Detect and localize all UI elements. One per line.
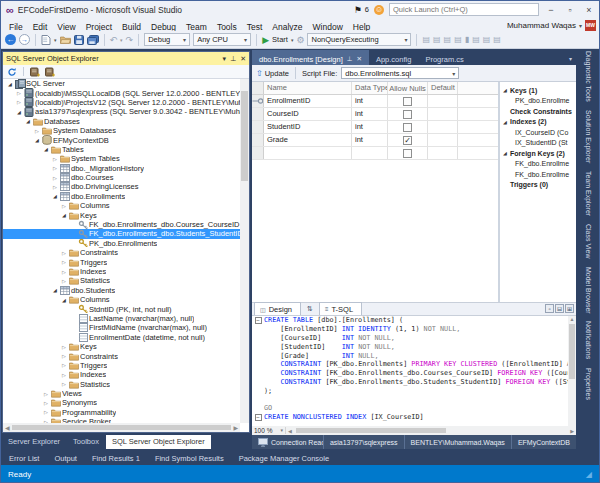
vertical-tab-notifications[interactable]: Notifications — [585, 321, 592, 359]
vertical-tab-class-view[interactable]: Class View — [585, 224, 592, 259]
fold-collapse-icon[interactable]: − — [255, 414, 262, 421]
collapsed-arrow-icon[interactable]: ▷ — [51, 175, 59, 181]
notifications-flag-icon[interactable]: ⚑ — [354, 5, 362, 15]
collapsed-arrow-icon[interactable]: ▷ — [60, 269, 68, 275]
script-file-combobox[interactable]: dbo.Enrollments.sql ▾ — [341, 67, 459, 79]
zoom-combobox[interactable]: 100 %▾ — [252, 427, 286, 434]
tree-item[interactable]: ◢Columns — [3, 295, 240, 304]
document-tab[interactable]: dbo.Enrollments [Design]⊥✕ — [252, 50, 369, 65]
grid-row[interactable] — [252, 147, 498, 160]
indent-increase-icon[interactable]: ▤ — [433, 35, 441, 44]
update-button[interactable]: ⇧ Update — [256, 69, 289, 78]
pane-menu-chevron-icon[interactable]: ▾ — [223, 55, 227, 63]
chevron-down-icon[interactable]: ▾ — [291, 37, 294, 43]
uncomment-icon[interactable]: ▤ — [454, 35, 462, 44]
expanded-arrow-icon[interactable]: ◢ — [42, 146, 50, 152]
tree-item[interactable]: ▷(localdb)\MSSQLLocalDB (SQL Server 12.0… — [3, 88, 240, 97]
expanded-arrow-icon[interactable]: ◢ — [503, 150, 510, 156]
allow-nulls-checkbox[interactable]: ✓ — [403, 136, 412, 145]
context-item[interactable]: FK_dbo.Enrollme — [503, 159, 576, 170]
feedback-smiley-icon[interactable]: ☺ — [374, 5, 384, 15]
context-item[interactable]: Check Constraints — [503, 106, 576, 117]
pane-close-icon[interactable]: ✕ — [240, 55, 246, 63]
grid-row[interactable]: EnrollmentIDint — [252, 95, 498, 108]
collapsed-arrow-icon[interactable]: ▷ — [51, 156, 59, 162]
tsql-editor[interactable]: −CREATE TABLE [dbo].[Enrollments] ( [Enr… — [252, 316, 576, 426]
editor-vertical-scrollbar[interactable]: ▲ — [568, 316, 576, 426]
bottom-tab[interactable]: Find Symbol Results — [148, 452, 231, 465]
tree-item[interactable]: FirstMidName (nvarchar(max), null) — [3, 323, 240, 332]
navigate-forward-icon[interactable]: → — [19, 34, 30, 45]
start-debug-icon[interactable]: ▶ — [262, 35, 269, 45]
quick-launch-input[interactable] — [389, 3, 539, 16]
tree-item[interactable]: ▷dbo.DrivingLicenses — [3, 182, 240, 191]
tree-item[interactable]: ▷Views — [3, 389, 240, 398]
tool-tab[interactable]: Toolbox — [67, 435, 105, 449]
context-item[interactable]: PK_dbo.Enrollme — [503, 96, 576, 107]
minimize-button[interactable]: − — [544, 5, 558, 15]
context-item[interactable]: ◢Foreign Keys (2) — [503, 148, 576, 159]
grid-row[interactable]: CourseIDint — [252, 108, 498, 121]
tsql-tab[interactable]: ≡ T-SQL — [319, 302, 362, 315]
query-event-combobox[interactable]: NonQueryExecuting▾ — [307, 33, 411, 46]
vertical-tab-diagnostic-tools[interactable]: Diagnostic Tools — [585, 51, 592, 102]
tree-item[interactable]: ▷Keys — [3, 342, 240, 351]
tree-item[interactable]: ◢dbo.Students — [3, 286, 240, 295]
tree-item[interactable]: ◢asia13797\sqlexpress (SQL Server 9.0.30… — [3, 107, 240, 116]
vertical-tab-solution-explorer[interactable]: Solution Explorer — [585, 110, 592, 163]
expanded-arrow-icon[interactable]: ◢ — [6, 81, 14, 87]
tree-item[interactable]: ▷dbo.Courses — [3, 173, 240, 182]
scroll-right-icon[interactable]: ▶ — [568, 428, 576, 434]
vertical-tab-model-browser[interactable]: Model Browser — [585, 267, 592, 314]
collapsed-arrow-icon[interactable]: ▷ — [60, 353, 68, 359]
allow-nulls-checkbox[interactable] — [403, 110, 412, 119]
tree-item[interactable]: ◢dbo.Enrollments — [3, 192, 240, 201]
expanded-arrow-icon[interactable]: ◢ — [503, 87, 510, 93]
tool-tab[interactable]: SQL Server Object Explorer — [106, 435, 211, 449]
chevron-down-icon[interactable]: ▾ — [120, 37, 123, 43]
undo-icon[interactable]: ↶ — [110, 35, 118, 45]
collapsed-arrow-icon[interactable]: ▷ — [42, 409, 50, 415]
tree-item[interactable]: ▷Synonyms — [3, 398, 240, 407]
tool-tab[interactable]: Server Explorer — [2, 435, 66, 449]
collapsed-arrow-icon[interactable]: ▷ — [60, 372, 68, 378]
tree-item[interactable]: ▷Statistics — [3, 380, 240, 389]
bottom-tab[interactable]: Error List — [2, 452, 46, 465]
tree-item[interactable]: EnrollmentDate (datetime, not null) — [3, 333, 240, 342]
tree-item[interactable]: ◢Databases — [3, 117, 240, 126]
expanded-arrow-icon[interactable]: ◢ — [51, 287, 59, 293]
tree-item[interactable]: ▷Constraints — [3, 351, 240, 360]
close-button[interactable]: × — [582, 5, 596, 15]
tree-item[interactable]: ◢SQL Server — [3, 79, 240, 88]
vertical-tab-properties[interactable]: Properties — [585, 368, 592, 400]
user-dropdown-icon[interactable]: ▾ — [579, 22, 582, 29]
pane-header[interactable]: SQL Server Object Explorer ▾ ⊥ ✕ — [3, 52, 249, 65]
tab-list-chevron-icon[interactable]: ▾ — [565, 55, 576, 65]
expanded-arrow-icon[interactable]: ◢ — [24, 118, 32, 124]
expanded-arrow-icon[interactable]: ◢ — [15, 109, 23, 115]
collapsed-arrow-icon[interactable]: ▷ — [60, 344, 68, 350]
tree-item[interactable]: ▷Indexes — [3, 370, 240, 379]
bottom-tab[interactable]: Package Manager Console — [232, 452, 336, 465]
tree-item[interactable]: ▷Statistics — [3, 276, 240, 285]
collapsed-arrow-icon[interactable]: ▷ — [60, 203, 68, 209]
scroll-left-icon[interactable]: ◀ — [286, 428, 294, 434]
collapsed-arrow-icon[interactable]: ▷ — [60, 362, 68, 368]
debug-config-combobox[interactable]: Debug▾ — [144, 33, 190, 46]
tree-item[interactable]: ◢Tables — [3, 145, 240, 154]
tree-item[interactable]: ▷Programmability — [3, 408, 240, 417]
context-item[interactable]: Triggers (0) — [503, 180, 576, 191]
tree-item[interactable]: FK_dbo.Enrollments_dbo.Courses_CourseID — [3, 220, 240, 229]
tree-item[interactable]: ▷System Tables — [3, 154, 240, 163]
bookmark-clear-icon[interactable]: ▤ — [493, 35, 501, 44]
indent-decrease-icon[interactable]: ▤ — [422, 35, 430, 44]
expanded-arrow-icon[interactable]: ◢ — [503, 119, 510, 125]
context-item[interactable]: FK_dbo.Enrollme — [503, 169, 576, 180]
document-tab[interactable]: Program.cs — [418, 50, 470, 65]
comment-icon[interactable]: ▤ — [444, 35, 452, 44]
collapsed-arrow-icon[interactable]: ▷ — [42, 400, 50, 406]
attach-icon[interactable]: ⚙ — [296, 35, 304, 45]
tree-item[interactable]: ▷Constraints — [3, 248, 240, 257]
redo-icon[interactable]: ↷ — [126, 35, 134, 45]
bottom-tab[interactable]: Find Results 1 — [85, 452, 147, 465]
